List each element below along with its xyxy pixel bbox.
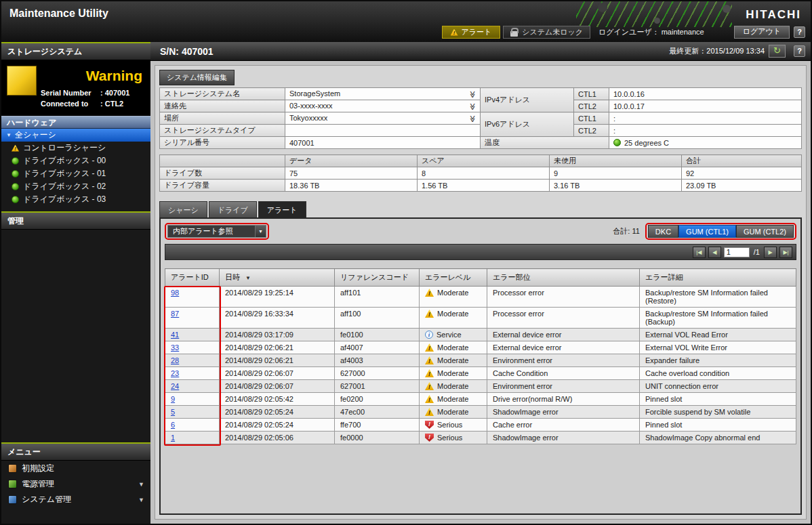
temperature-value: 25 degrees C	[609, 137, 802, 149]
moderate-icon	[425, 382, 434, 390]
serial-number-value: : 407001	[100, 89, 129, 97]
content-area: ストレージシステム Warning Serial Number : 407001…	[1, 42, 811, 524]
alert-part: Cache error	[487, 419, 640, 432]
sidebar-item-drive-box-01[interactable]: ドライブボックス - 01	[1, 167, 150, 180]
page-first-icon[interactable]: |◀	[693, 247, 706, 258]
alert-id-link[interactable]: 6	[171, 421, 175, 429]
column-header-level[interactable]: エラーレベル	[420, 269, 487, 287]
dropdown-selected-value: 内部アラート参照	[173, 226, 233, 236]
alert-refcode: 627001	[335, 380, 420, 393]
sidebar-item-all-chassis[interactable]: ▼ 全シャーシ	[1, 129, 150, 142]
alert-id-link[interactable]: 33	[171, 343, 179, 352]
alert-id-link[interactable]: 5	[171, 408, 175, 416]
warning-icon	[451, 29, 458, 36]
sidebar-item-controller-chassis[interactable]: コントローラシャーシ	[1, 142, 150, 154]
storage-name-value: StorageSystem≫	[285, 88, 481, 100]
storage-type-label: ストレージシステムタイプ	[160, 125, 285, 137]
page-next-icon[interactable]: ▶	[764, 247, 777, 258]
table-row: ドライブ数 75 8 9 92	[160, 167, 802, 180]
connected-to-label: Connected to	[41, 100, 100, 108]
sidebar-item-drive-box-02[interactable]: ドライブボックス - 02	[1, 180, 150, 193]
page-number-input[interactable]	[724, 247, 750, 257]
decorative-dot	[598, 3, 607, 12]
alert-button[interactable]: アラート	[442, 26, 501, 39]
alert-id-link[interactable]: 28	[171, 356, 179, 364]
expand-chevron-icon[interactable]: ≫	[468, 115, 476, 122]
alert-datetime: 2014/08/29 02:06:21	[220, 341, 335, 354]
column-header-spare: スペア	[418, 155, 550, 167]
alert-id-link[interactable]: 98	[171, 289, 179, 297]
system-lock-status-button[interactable]: システム未ロック	[503, 26, 590, 39]
storage-system-header: ストレージシステム	[1, 42, 150, 60]
menu-item-initial-settings[interactable]: 初期設定	[1, 461, 150, 476]
serious-icon	[425, 421, 434, 429]
hardware-section-header: ハードウェア	[1, 116, 150, 129]
table-row: 6 2014/08/29 02:05:24 ffe700 Serious Cac…	[165, 419, 796, 432]
sidebar-item-drive-box-00[interactable]: ドライブボックス - 00	[1, 154, 150, 167]
system-status-box: Warning Serial Number : 407001 Connected…	[1, 60, 150, 116]
alert-detail: UNIT connection error	[640, 380, 796, 393]
alert-id-link[interactable]: 87	[171, 310, 179, 318]
topbar-actions: アラート システム未ロック ログインユーザ： maintenance ログアウト…	[442, 26, 806, 39]
connected-to-line: Connected to : CTL2	[41, 100, 145, 108]
moderate-icon	[425, 408, 434, 416]
alert-level: Moderate	[437, 382, 468, 390]
page-last-icon[interactable]: ▶|	[779, 247, 792, 258]
logout-button[interactable]: ログアウト	[734, 26, 790, 39]
table-row: 28 2014/08/29 02:06:21 af4003 Moderate E…	[165, 354, 796, 367]
alert-id-link[interactable]: 24	[171, 382, 179, 390]
column-header-datetime[interactable]: 日時▼	[220, 269, 335, 287]
annotation-rect-dropdown: 内部アラート参照 ▼	[165, 223, 269, 240]
normal-status-icon	[12, 183, 19, 190]
column-header-alert-id[interactable]: アラートID	[165, 269, 220, 287]
expand-chevron-icon[interactable]: ≫	[468, 91, 476, 98]
help-button[interactable]: ?	[794, 26, 805, 38]
alert-table-wrap: アラートID 日時▼ リファレンスコード エラーレベル エラー部位 エラー詳細 …	[165, 268, 796, 444]
location-value: Tokyoxxxxx≫	[285, 112, 481, 125]
column-header-detail[interactable]: エラー詳細	[640, 269, 796, 287]
alert-id-link[interactable]: 41	[171, 331, 179, 339]
tab-chassis[interactable]: シャーシ	[159, 201, 207, 217]
source-button-gum-ctl1[interactable]: GUM (CTL1)	[678, 225, 736, 238]
menu-item-power-management[interactable]: 電源管理 ▼	[1, 476, 150, 492]
hitachi-logo: HITACHI	[746, 8, 801, 22]
alert-part: ShadowImage error	[487, 432, 640, 444]
system-management-icon	[8, 495, 17, 504]
serious-icon	[425, 434, 434, 442]
alert-part: External device error	[487, 341, 640, 354]
warning-status-icon	[7, 66, 37, 96]
alert-id-link[interactable]: 23	[171, 369, 179, 377]
tab-alert[interactable]: アラート	[258, 201, 306, 217]
moderate-icon	[425, 369, 434, 377]
alert-refcode: aff100	[335, 308, 420, 329]
refresh-button[interactable]: ↻	[769, 45, 786, 58]
sidebar-item-drive-box-03[interactable]: ドライブボックス - 03	[1, 193, 150, 206]
main-panel: システム情報編集 ストレージシステム名 StorageSystem≫ IPv4ア…	[155, 65, 807, 520]
menu-item-label: システム管理	[22, 494, 71, 505]
tab-drive[interactable]: ドライブ	[209, 201, 257, 217]
menu-item-system-management[interactable]: システム管理 ▼	[1, 492, 150, 507]
column-header-total: 合計	[682, 155, 802, 167]
internal-alert-dropdown[interactable]: 内部アラート参照 ▼	[167, 225, 266, 238]
alert-level: Moderate	[437, 369, 468, 377]
edit-system-info-button[interactable]: システム情報編集	[159, 70, 235, 85]
expand-chevron-icon[interactable]: ≫	[468, 103, 476, 110]
pagination-bar: |◀ ◀ /1 ▶ ▶|	[165, 244, 796, 260]
alert-part: External device error	[487, 329, 640, 341]
help-button[interactable]: ?	[794, 45, 805, 57]
sidebar-item-label: 全シャーシ	[15, 129, 56, 141]
alert-id-link[interactable]: 1	[171, 434, 175, 442]
table-row: 24 2014/08/29 02:06:07 627001 Moderate E…	[165, 380, 796, 393]
source-button-dkc[interactable]: DKC	[648, 225, 678, 238]
temperature-text: 25 degrees C	[624, 139, 669, 147]
alert-datetime: 2014/08/29 03:17:09	[220, 329, 335, 341]
alert-refcode: 627000	[335, 367, 420, 380]
alert-refcode: ffe700	[335, 419, 420, 432]
page-prev-icon[interactable]: ◀	[708, 247, 721, 258]
column-header-refcode[interactable]: リファレンスコード	[335, 269, 420, 287]
column-header-part[interactable]: エラー部位	[487, 269, 640, 287]
table-row: 41 2014/08/29 03:17:09 fe0100 Service Ex…	[165, 329, 796, 341]
power-management-icon	[8, 480, 17, 488]
source-button-gum-ctl2[interactable]: GUM (CTL2)	[736, 225, 794, 238]
alert-id-link[interactable]: 9	[171, 395, 175, 403]
